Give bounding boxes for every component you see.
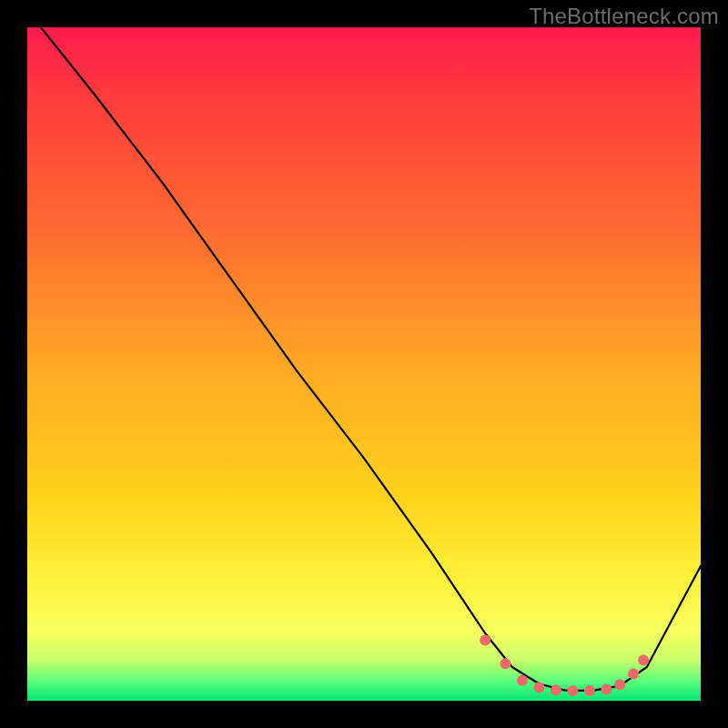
watermark-text: TheBottleneck.com [529, 4, 719, 29]
bottleneck-curve [41, 27, 701, 691]
plot-area [27, 27, 701, 701]
optimum-dot-group [480, 634, 649, 696]
chart-frame: TheBottleneck.com [0, 0, 728, 728]
optimum-dot [567, 685, 578, 696]
optimum-dot [638, 655, 649, 666]
optimum-dot [517, 675, 528, 686]
optimum-dot [584, 685, 595, 696]
optimum-dot [500, 658, 511, 669]
optimum-dot [601, 683, 612, 694]
optimum-dot [628, 668, 639, 679]
chart-svg [27, 27, 701, 701]
optimum-dot [551, 684, 561, 695]
optimum-dot [533, 682, 544, 693]
optimum-dot [614, 679, 625, 690]
optimum-dot [480, 634, 490, 645]
